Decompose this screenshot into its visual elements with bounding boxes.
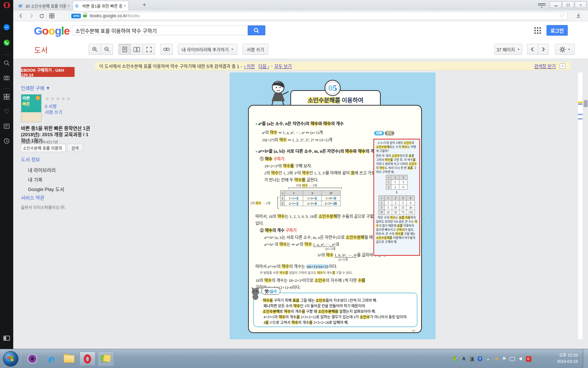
ime-alpha-icon[interactable]: A bbox=[460, 356, 467, 361]
result-marker[interactable] bbox=[578, 114, 582, 115]
language-input-icon[interactable] bbox=[452, 356, 459, 361]
restore-button[interactable] bbox=[562, 1, 574, 8]
download-icon[interactable] bbox=[576, 13, 581, 18]
buy-ebook-button[interactable]: EBOOK 구매하기 - UAH 120.14 bbox=[21, 67, 75, 77]
start-button[interactable] bbox=[3, 351, 18, 367]
taskbar-app-media[interactable] bbox=[24, 351, 40, 366]
result-marker[interactable] bbox=[578, 118, 582, 120]
taskbar-app-explorer[interactable] bbox=[61, 351, 77, 366]
google-header: Google 로그인 bbox=[13, 21, 588, 40]
my-history-link[interactable]: 내 기록 bbox=[28, 176, 43, 183]
page-select-dropdown[interactable]: 37 페이지 ▼ bbox=[494, 44, 522, 55]
terms-link[interactable]: 서비스 약관 bbox=[21, 194, 44, 201]
windows-taskbar: e A 漢 ? ▴ ⚑ C 오후 12:33 2019-03-19 bbox=[0, 349, 588, 368]
apps-grid-icon[interactable] bbox=[534, 27, 541, 34]
tab2-close-icon[interactable]: × bbox=[123, 3, 126, 8]
speed-dial-icon[interactable] bbox=[3, 93, 11, 101]
in-book-search-input[interactable] bbox=[21, 144, 66, 152]
action-center-flag-icon[interactable]: ⚑ bbox=[501, 356, 508, 361]
google-logo[interactable]: Google bbox=[34, 25, 69, 37]
in-book-search-button[interactable]: 검색 bbox=[67, 144, 83, 152]
close-button[interactable]: × bbox=[575, 1, 587, 8]
fullscreen-button[interactable] bbox=[143, 44, 155, 55]
back-icon[interactable] bbox=[17, 12, 25, 20]
zoom-out-button[interactable] bbox=[101, 44, 113, 55]
gear-icon bbox=[559, 46, 566, 53]
taskbar-app-opera[interactable] bbox=[79, 351, 96, 366]
app-c-tray-icon[interactable]: C bbox=[525, 356, 532, 362]
help-tray-icon[interactable]: ? bbox=[476, 356, 484, 361]
next-page-button[interactable] bbox=[538, 44, 549, 55]
vpn-badge[interactable]: VPN bbox=[71, 14, 81, 18]
search-input[interactable] bbox=[72, 25, 248, 35]
clock-date: 2019-03-19 bbox=[557, 358, 578, 365]
browser-menu-icon[interactable]: ▾ bbox=[538, 3, 545, 8]
opera-sidebar: O ♡ bbox=[0, 0, 13, 349]
current-page-marker[interactable] bbox=[578, 102, 582, 103]
hidden-icons-arrow[interactable]: ▴ bbox=[484, 357, 492, 361]
my-library-link[interactable]: 내 라이브러리 bbox=[28, 166, 55, 173]
reviews-count-link[interactable]: 0 서평 bbox=[45, 103, 57, 109]
body-line: 18의 약수의 개수는 18=2×3²이므로 소인수의 지수에 1씩 더한 수를 bbox=[255, 277, 365, 283]
history-icon[interactable] bbox=[3, 137, 11, 145]
speed-dial-grid-icon[interactable] bbox=[48, 12, 56, 20]
buy-print-link[interactable]: 인쇄판 구매 ▼ bbox=[21, 84, 50, 91]
bookmark-heart-icon[interactable]: ♡ bbox=[559, 13, 564, 19]
search-button[interactable] bbox=[248, 25, 265, 35]
taskbar-app-ie[interactable]: e bbox=[43, 351, 59, 366]
snapshot-camera-icon[interactable] bbox=[3, 74, 11, 82]
news-icon[interactable] bbox=[3, 122, 11, 130]
tab-inactive[interactable]: W 30 소인수분해 표를 이용 × bbox=[16, 1, 72, 10]
google-play-books-link[interactable]: Google Play 도서 bbox=[28, 185, 64, 192]
search-panel-icon[interactable] bbox=[3, 59, 11, 67]
link-icon bbox=[163, 47, 170, 51]
tab-active[interactable]: G 바쁜 중1을 위한 빠른 중 × bbox=[73, 1, 129, 10]
speaker-icon[interactable] bbox=[517, 357, 524, 361]
write-review-link[interactable]: 서평 쓰기 bbox=[45, 109, 62, 115]
minimize-button[interactable] bbox=[550, 1, 562, 8]
book-info-link[interactable]: 도서 정보 bbox=[21, 156, 40, 163]
write-review-button[interactable]: 서평 쓰기 bbox=[243, 44, 268, 55]
network-icon[interactable] bbox=[509, 357, 516, 361]
secure-lock-icon[interactable] bbox=[83, 15, 87, 17]
login-button[interactable]: 로그인 bbox=[546, 25, 568, 36]
url-field[interactable]: VPN books.google.co.kr /books ♡ bbox=[69, 12, 567, 20]
next-result-link[interactable]: 다음 › bbox=[258, 63, 269, 69]
bookmarks-heart-icon[interactable]: ♡ bbox=[3, 107, 11, 116]
internet-explorer-icon: e bbox=[47, 353, 54, 365]
taskbar-app-notes[interactable] bbox=[98, 351, 114, 366]
messenger-icon[interactable] bbox=[3, 23, 11, 31]
sidebar-setup-icon[interactable] bbox=[3, 334, 11, 342]
whatsapp-icon[interactable] bbox=[3, 39, 11, 47]
search-icon bbox=[254, 28, 259, 33]
page-position-strip[interactable] bbox=[578, 72, 582, 339]
two-page-view-button[interactable] bbox=[130, 44, 143, 55]
link-button[interactable] bbox=[160, 44, 173, 55]
new-tab-button[interactable]: + bbox=[143, 1, 146, 8]
two-page-icon bbox=[133, 47, 140, 52]
view-all-link[interactable]: 모두 보기 bbox=[274, 63, 292, 69]
cover-text-2: 빠른 bbox=[21, 100, 41, 106]
previous-result-link[interactable]: ‹ 이전 bbox=[244, 63, 255, 69]
settings-button[interactable]: ▼ bbox=[555, 44, 575, 55]
taskbar-clock[interactable]: 오후 12:33 2019-03-19 bbox=[557, 352, 578, 365]
muted-speaker-icon[interactable] bbox=[492, 357, 500, 361]
show-desktop-button[interactable] bbox=[583, 349, 588, 368]
scrollbar-thumb[interactable] bbox=[584, 100, 588, 107]
mistake-line: 왜냐하면 모든 수의 약수인 1이 들어갈 칸을 만들어야 하기 때문이야. bbox=[261, 303, 413, 309]
zoom-in-button[interactable] bbox=[89, 44, 101, 55]
chevron-down-icon: ▼ bbox=[568, 48, 571, 51]
close-search-link[interactable]: 검색창 닫기 bbox=[534, 63, 556, 69]
single-page-view-button[interactable] bbox=[118, 44, 131, 55]
close-search-icon[interactable]: × bbox=[560, 63, 565, 69]
previous-page-button[interactable] bbox=[527, 44, 538, 55]
book-cover[interactable]: 바쁜 빠른 bbox=[21, 94, 42, 122]
ime-hanja-icon[interactable]: 漢 bbox=[468, 356, 476, 362]
tab1-close-icon[interactable]: × bbox=[67, 3, 70, 8]
add-to-library-button[interactable]: 내 라이브러리에 추가하기 ▼ bbox=[178, 44, 237, 55]
reload-icon[interactable] bbox=[37, 12, 46, 20]
opera-logo-icon[interactable]: O bbox=[2, 1, 11, 10]
result-marker[interactable] bbox=[578, 103, 582, 105]
tab2-favicon: G bbox=[75, 4, 80, 8]
forward-icon[interactable] bbox=[27, 12, 35, 20]
